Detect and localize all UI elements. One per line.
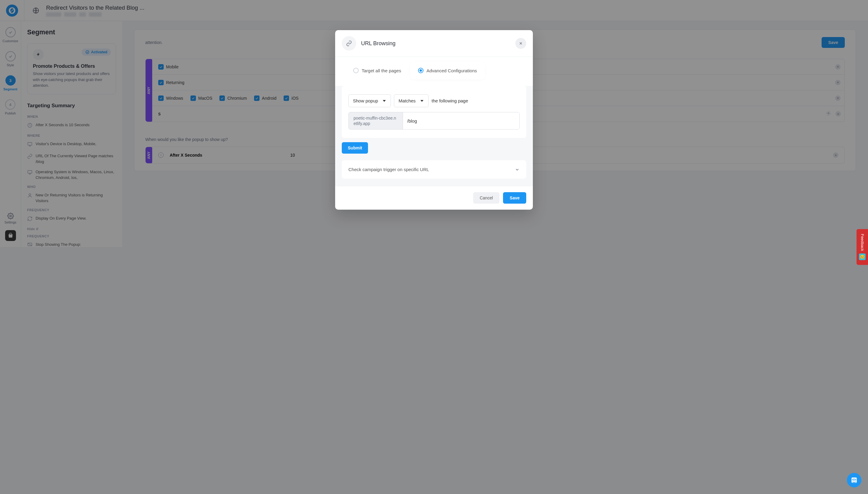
submit-button[interactable]: Submit: [342, 142, 368, 154]
url-input-row: poetic-muffin-cbc3ee.netlify.app: [348, 112, 520, 130]
radio-target-all[interactable]: Target all the pages: [347, 63, 407, 77]
trigger-check-toggle[interactable]: Check campaign trigger on specific URL: [342, 160, 526, 178]
radio-advanced[interactable]: Advanced Configurations: [412, 63, 483, 77]
cancel-button[interactable]: Cancel: [473, 192, 500, 204]
config-body: Show popup Matches the following page po…: [335, 86, 533, 186]
link-icon: [342, 36, 356, 51]
modal-title: URL Browsing: [361, 40, 395, 47]
close-button[interactable]: [515, 38, 526, 49]
feedback-tab[interactable]: Feedback 😊: [856, 229, 868, 247]
url-prefix: poetic-muffin-cbc3ee.netlify.app: [349, 112, 403, 129]
rule-card: Show popup Matches the following page po…: [342, 86, 526, 138]
following-text: the following page: [431, 98, 468, 103]
url-path-input[interactable]: [403, 112, 519, 129]
select-matches[interactable]: Matches: [394, 94, 429, 107]
chevron-down-icon: [515, 167, 520, 172]
url-browsing-modal: URL Browsing Target all the pages Advanc…: [335, 30, 533, 210]
modal-backdrop[interactable]: URL Browsing Target all the pages Advanc…: [0, 0, 868, 247]
select-action[interactable]: Show popup: [348, 94, 391, 107]
modal-save-button[interactable]: Save: [503, 192, 526, 204]
close-icon: [519, 41, 523, 45]
